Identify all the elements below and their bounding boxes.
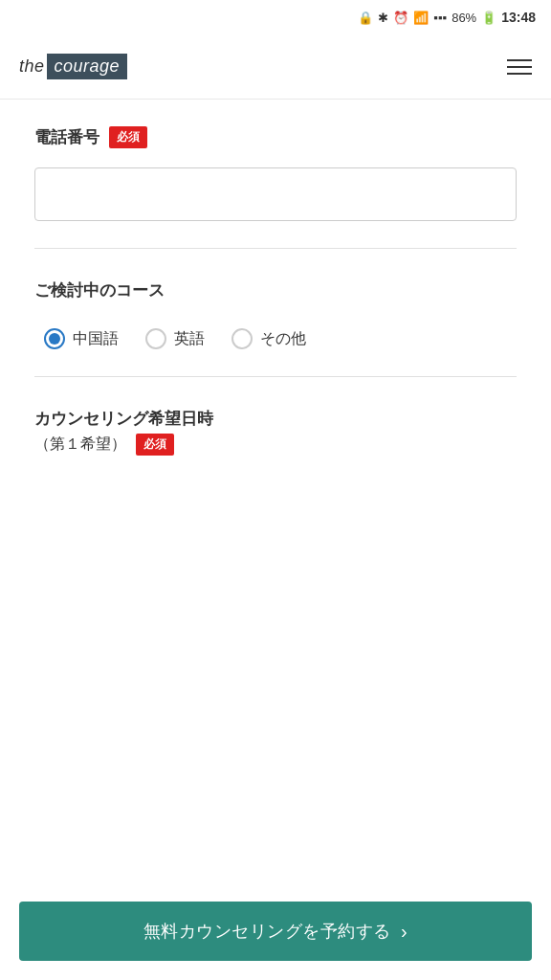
radio-option-english[interactable]: 英語 — [145, 328, 205, 349]
status-bar: 🔒 ✱ ⏰ 📶 ▪▪▪ 86% 🔋 13:48 — [0, 0, 551, 34]
hamburger-line-3 — [507, 73, 532, 75]
phone-input[interactable] — [34, 167, 517, 221]
header: the courage — [0, 34, 551, 100]
logo: the courage — [19, 54, 127, 79]
radio-other[interactable] — [231, 328, 253, 349]
status-icons: 🔒 ✱ ⏰ 📶 ▪▪▪ 86% 🔋 13:48 — [358, 10, 536, 25]
counseling-required-badge: 必須 — [136, 434, 174, 456]
cta-button-label: 無料カウンセリングを予約する — [143, 920, 391, 943]
alarm-icon: ⏰ — [393, 11, 408, 25]
radio-option-chinese[interactable]: 中国語 — [44, 328, 119, 349]
phone-required-badge: 必須 — [109, 126, 147, 148]
course-radio-group: 中国語 英語 その他 — [34, 328, 517, 349]
cta-button[interactable]: 無料カウンセリングを予約する › — [19, 902, 532, 961]
counseling-label: カウンセリング希望日時 — [34, 408, 517, 430]
signal-icon: ▪▪▪ — [433, 11, 447, 25]
radio-english-label[interactable]: 英語 — [174, 329, 205, 349]
main-content: 電話番号 必須 ご検討中のコース 中国語 英語 その他 カウンセリング希望日時 — [0, 100, 551, 593]
logo-courage: courage — [47, 54, 128, 79]
phone-section: 電話番号 必須 — [34, 100, 517, 244]
sim-icon: 🔒 — [358, 11, 373, 25]
divider-1 — [34, 248, 517, 249]
radio-other-label[interactable]: その他 — [260, 329, 306, 349]
counseling-sublabel: （第１希望） — [34, 434, 126, 455]
counseling-section: カウンセリング希望日時 （第１希望） 必須 — [34, 381, 517, 479]
radio-option-other[interactable]: その他 — [231, 328, 306, 349]
counseling-sublabel-container: （第１希望） 必須 — [34, 434, 517, 456]
cta-button-container: 無料カウンセリングを予約する › — [0, 890, 551, 980]
radio-chinese[interactable] — [44, 328, 65, 349]
radio-english[interactable] — [145, 328, 166, 349]
radio-chinese-label[interactable]: 中国語 — [73, 329, 119, 349]
battery-percent: 86% — [452, 11, 476, 25]
status-time: 13:48 — [501, 10, 536, 25]
cta-chevron-icon: › — [401, 921, 408, 943]
wifi-icon: 📶 — [413, 11, 429, 25]
bluetooth-icon: ✱ — [378, 11, 388, 25]
hamburger-line-2 — [507, 66, 532, 68]
hamburger-line-1 — [507, 59, 532, 61]
logo-the: the — [19, 56, 45, 77]
course-section: ご検討中のコース 中国語 英語 その他 — [34, 253, 517, 372]
phone-label-container: 電話番号 必須 — [34, 126, 517, 148]
divider-2 — [34, 376, 517, 377]
phone-label: 電話番号 — [34, 126, 99, 148]
hamburger-menu-button[interactable] — [507, 59, 532, 75]
course-label: ご検討中のコース — [34, 279, 517, 301]
battery-icon: 🔋 — [481, 11, 496, 25]
